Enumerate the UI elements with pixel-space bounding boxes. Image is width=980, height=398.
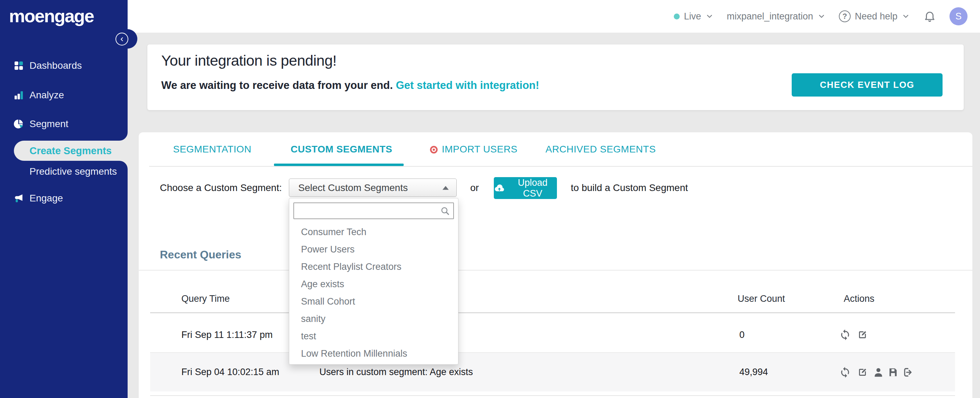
topbar: Live mixpanel_integration ? Need help S: [127, 0, 980, 33]
engage-icon: [13, 193, 24, 204]
sidebar-item-dashboards[interactable]: Dashboards: [0, 55, 127, 76]
export-icon[interactable]: [902, 366, 914, 378]
dropdown-search-input[interactable]: [293, 203, 454, 219]
dropdown-option[interactable]: test: [289, 328, 458, 345]
dropdown-option[interactable]: sanity: [289, 310, 458, 328]
table-header-divider: [150, 312, 955, 313]
column-header-query-time: Query Time: [181, 294, 230, 304]
refresh-icon[interactable]: [839, 366, 851, 378]
sidebar-item-label: Segment: [29, 118, 68, 129]
tab-segmentation[interactable]: SEGMENTATION: [173, 144, 251, 155]
table-row-user-count: 49,994: [739, 367, 768, 377]
sidebar-item-create-segments[interactable]: Create Segments: [14, 141, 127, 161]
sidebar-item-analyze[interactable]: Analyze: [0, 85, 127, 105]
bell-icon[interactable]: [923, 10, 936, 23]
cloud-upload-icon: [494, 182, 505, 194]
chooser-label: Choose a Custom Segment:: [160, 182, 282, 193]
search-icon: [440, 206, 450, 216]
moengage-logo: moengage: [9, 6, 94, 26]
environment-label: Live: [684, 11, 701, 22]
check-event-log-button[interactable]: CHECK EVENT LOG: [792, 73, 943, 96]
sidebar-item-label: Create Segments: [29, 145, 112, 157]
upload-csv-button[interactable]: Upload CSV: [494, 177, 557, 199]
tab-custom-segments[interactable]: CUSTOM SEGMENTS: [291, 144, 392, 155]
dropdown-options-list: Consumer Tech Power Users Recent Playlis…: [289, 223, 458, 362]
moengage-app: Live mixpanel_integration ? Need help S …: [0, 0, 980, 398]
table-row-query-time: Fri Sep 04 10:02:15 am: [181, 367, 279, 377]
help-label: Need help: [855, 11, 897, 22]
integration-banner: Your integration is pending! We are wait…: [147, 45, 964, 110]
select-value: Select Custom Segments: [298, 182, 408, 193]
segment-icon: [13, 118, 24, 129]
live-status-dot: [674, 14, 680, 19]
dropdown-option[interactable]: Low Retention Millennials: [289, 345, 458, 362]
table-row-divider: [150, 395, 955, 396]
column-header-actions: Actions: [844, 294, 875, 304]
save-icon[interactable]: [887, 366, 899, 378]
edit-icon[interactable]: [856, 329, 868, 341]
dropdown-option[interactable]: Power Users: [289, 241, 458, 258]
workspace-switcher[interactable]: mixpanel_integration: [727, 11, 826, 22]
banner-title: Your integration is pending!: [161, 52, 337, 69]
environment-switcher[interactable]: Live: [674, 11, 714, 22]
chevron-down-icon: [817, 12, 826, 21]
chooser-suffix: to build a Custom Segment: [571, 182, 688, 193]
tab-archived-segments[interactable]: ARCHIVED SEGMENTS: [546, 144, 656, 155]
chevron-down-icon: [902, 12, 910, 21]
sidebar-collapse-button[interactable]: [116, 33, 128, 45]
dashboards-icon: [13, 60, 24, 71]
custom-segment-select[interactable]: Select Custom Segments: [289, 179, 457, 197]
refresh-icon[interactable]: [839, 329, 851, 341]
question-icon: ?: [839, 10, 851, 22]
sidebar-item-label: Engage: [29, 193, 63, 204]
sidebar-item-engage[interactable]: Engage: [0, 188, 127, 209]
record-icon: [429, 145, 438, 154]
sidebar-item-predictive-segments[interactable]: Predictive segments: [0, 161, 127, 182]
table-row-user-count: 0: [739, 329, 745, 340]
sidebar-item-label: Analyze: [29, 90, 64, 101]
dropdown-option[interactable]: Recent Playlist Creators: [289, 258, 458, 275]
workspace-label: mixpanel_integration: [727, 11, 813, 22]
table-row-query-time: Fri Sep 11 1:11:37 pm: [181, 329, 272, 340]
dropdown-option[interactable]: Age exists: [289, 275, 458, 293]
recent-queries-heading: Recent Queries: [160, 248, 241, 261]
analyze-icon: [13, 90, 24, 101]
active-tab-underline: [274, 163, 404, 166]
banner-message: We are waiting to receive data from your…: [161, 79, 539, 92]
avatar[interactable]: S: [950, 7, 967, 26]
tab-import-users[interactable]: IMPORT USERS: [442, 144, 517, 155]
dropdown-option[interactable]: Small Cohort: [289, 293, 458, 310]
dropdown-option[interactable]: Consumer Tech: [289, 223, 458, 241]
column-header-user-count: User Count: [738, 294, 785, 304]
get-started-link[interactable]: Get started with integration!: [396, 79, 539, 91]
sidebar-item-label: Predictive segments: [29, 166, 117, 177]
tab-bar-divider: [149, 166, 972, 167]
sidebar-item-label: Dashboards: [29, 60, 82, 71]
chevron-down-icon: [705, 12, 714, 21]
or-text: or: [470, 182, 479, 193]
help-menu[interactable]: ? Need help: [839, 10, 910, 22]
select-arrow-up-icon: [442, 186, 449, 190]
custom-segments-dropdown: Consumer Tech Power Users Recent Playlis…: [289, 198, 458, 364]
sidebar: moengage Dashboards Analyze Segment: [0, 0, 127, 398]
section-divider: [139, 270, 972, 270]
table-row-query: Users in custom segment: Age exists: [320, 367, 473, 377]
edit-icon[interactable]: [856, 366, 868, 378]
chevron-left-icon: [119, 36, 125, 42]
user-icon[interactable]: [872, 366, 884, 378]
sidebar-item-segment[interactable]: Segment: [0, 113, 127, 134]
